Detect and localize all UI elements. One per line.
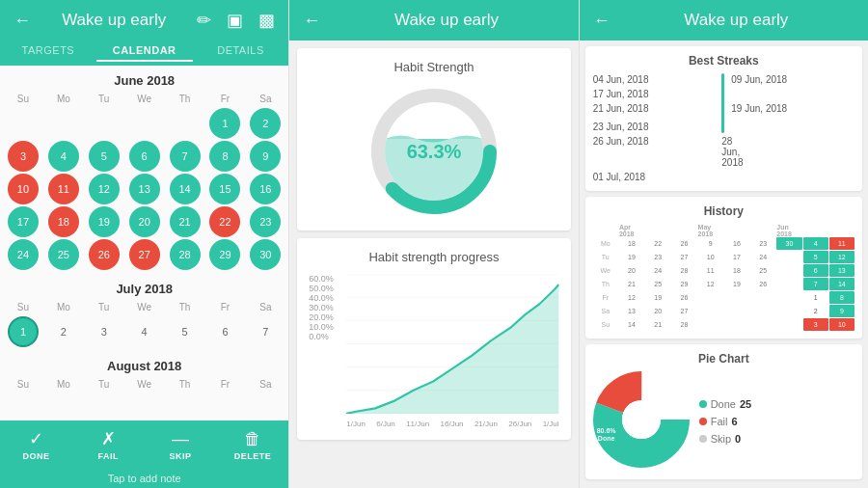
cal-day[interactable]: 10	[8, 174, 39, 204]
cal-day[interactable]: 1	[8, 316, 39, 347]
cal-day[interactable]: 29	[209, 239, 240, 270]
cal-day[interactable]: 14	[170, 174, 201, 204]
action-btn-fail[interactable]: ✗FAIL	[72, 420, 145, 469]
cal-day[interactable]: 19	[89, 206, 120, 237]
h-cell: 10	[829, 318, 854, 331]
day-header: Mo	[44, 300, 83, 314]
cal-day[interactable]: 5	[170, 316, 201, 347]
cal-day[interactable]: 4	[129, 316, 160, 347]
h-cell: We	[593, 264, 618, 277]
calendar-body: June 2018SuMoTuWeThFrSa.....123456789101…	[0, 66, 288, 420]
tab-calendar[interactable]: CALENDAR	[96, 41, 193, 62]
cal-day[interactable]: 3	[8, 141, 39, 172]
cal-day[interactable]: 9	[250, 141, 281, 172]
cal-day[interactable]: 7	[170, 141, 201, 172]
cal-day-empty: .	[89, 393, 120, 420]
streak-right-1: 21 Jun, 2018	[593, 102, 717, 115]
cal-day[interactable]: 8	[209, 141, 240, 172]
day-header: Tu	[85, 92, 123, 106]
cal-day[interactable]: 22	[209, 206, 240, 237]
cal-day[interactable]: 7	[250, 316, 281, 347]
cal-day[interactable]: 6	[209, 316, 240, 347]
header-panel3: ← Wake up early	[580, 0, 868, 41]
cal-day[interactable]: 24	[8, 239, 39, 270]
x-label-5: 21/Jun	[475, 420, 498, 428]
streak-divider	[721, 73, 724, 133]
h-cell	[750, 318, 775, 331]
day-header: Fr	[206, 300, 245, 314]
cal-grid: SuMoTuWeThFrSa1234567	[4, 300, 285, 347]
pie-legend-value-fail: 6	[731, 416, 737, 427]
cal-day[interactable]: 2	[250, 108, 281, 139]
month-title: July 2018	[4, 274, 285, 300]
x-label-3: 11/Jun	[406, 420, 429, 428]
h-cell: 1	[803, 291, 828, 304]
cal-day-empty: .	[170, 108, 201, 139]
cal-day[interactable]: 28	[170, 239, 201, 270]
h-cell: 20	[619, 264, 644, 277]
h-cell	[776, 305, 801, 317]
cal-day[interactable]: 12	[89, 174, 120, 204]
streaks-grid: 04 Jun, 201809 Jun, 201817 Jun, 201821 J…	[593, 73, 854, 183]
note-icon[interactable]: ▣	[223, 6, 247, 35]
day-header: Th	[166, 377, 204, 392]
day-header: Th	[166, 92, 204, 106]
pie-container: 80.6%Done 19.4%Fail Done25Fail6Skip0	[593, 371, 854, 472]
cal-day[interactable]: 5	[89, 141, 120, 172]
cal-day[interactable]: 25	[48, 239, 79, 270]
h-cell: 14	[619, 318, 644, 331]
h-cell	[698, 291, 723, 304]
day-header: Su	[4, 300, 42, 314]
h-cell: 16	[724, 237, 749, 250]
edit-icon[interactable]: ✏	[193, 6, 215, 35]
tap-note[interactable]: Tap to add note	[0, 469, 288, 488]
back-icon-2[interactable]: ←	[299, 7, 324, 35]
cal-day[interactable]: 2	[48, 316, 79, 347]
streaks-title: Best Streaks	[593, 54, 854, 68]
day-header: Su	[4, 92, 42, 106]
h-cell: 26	[750, 278, 775, 290]
h-cell: 28	[671, 264, 696, 277]
action-btn-done[interactable]: ✓DONE	[0, 420, 72, 469]
action-btn-delete[interactable]: 🗑DELETE	[216, 420, 288, 469]
line-chart-svg	[346, 274, 558, 414]
back-icon-3[interactable]: ←	[589, 7, 614, 35]
cal-day[interactable]: 4	[48, 141, 79, 172]
h-cell: 28	[671, 318, 696, 331]
history-title: History	[593, 204, 854, 218]
h-cell: 5	[803, 251, 828, 263]
action-btn-skip[interactable]: —SKIP	[145, 420, 217, 469]
cal-day[interactable]: 16	[250, 174, 281, 204]
cal-day[interactable]: 30	[250, 239, 281, 270]
cal-day[interactable]: 6	[129, 141, 160, 172]
cal-day[interactable]: 21	[170, 206, 201, 237]
cal-day[interactable]: 20	[129, 206, 160, 237]
cal-day[interactable]: 15	[209, 174, 240, 204]
cal-day[interactable]: 17	[8, 206, 39, 237]
pie-done-label: 80.6%Done	[597, 427, 616, 444]
cal-day[interactable]: 23	[250, 206, 281, 237]
cal-day[interactable]: 13	[129, 174, 160, 204]
back-icon[interactable]: ←	[10, 7, 35, 35]
h-cell: 23	[750, 237, 775, 250]
cal-day[interactable]: 11	[48, 174, 79, 204]
cal-day[interactable]: 26	[89, 239, 120, 270]
cal-day[interactable]: 1	[209, 108, 240, 139]
tab-targets[interactable]: TARGETS	[0, 41, 96, 62]
tab-details[interactable]: DETAILS	[193, 41, 289, 62]
chart-icon[interactable]: ▩	[255, 6, 279, 35]
progress-card: Habit strength progress 60.0% 50.0% 40.0…	[297, 238, 570, 440]
cal-day[interactable]: 3	[89, 316, 120, 347]
h-cell: 25	[750, 264, 775, 277]
day-header: Sa	[246, 377, 285, 392]
svg-marker-11	[346, 285, 558, 414]
h-cell: 29	[671, 278, 696, 290]
h-cell: 26	[671, 291, 696, 304]
cal-day[interactable]: 27	[129, 239, 160, 270]
day-header: Th	[166, 300, 204, 314]
pie-chart-svg	[593, 371, 690, 468]
cal-day-empty: .	[48, 108, 79, 139]
pie-legend-label-done: Done	[711, 398, 736, 410]
x-label-2: 6/Jun	[376, 420, 395, 428]
cal-day[interactable]: 18	[48, 206, 79, 237]
